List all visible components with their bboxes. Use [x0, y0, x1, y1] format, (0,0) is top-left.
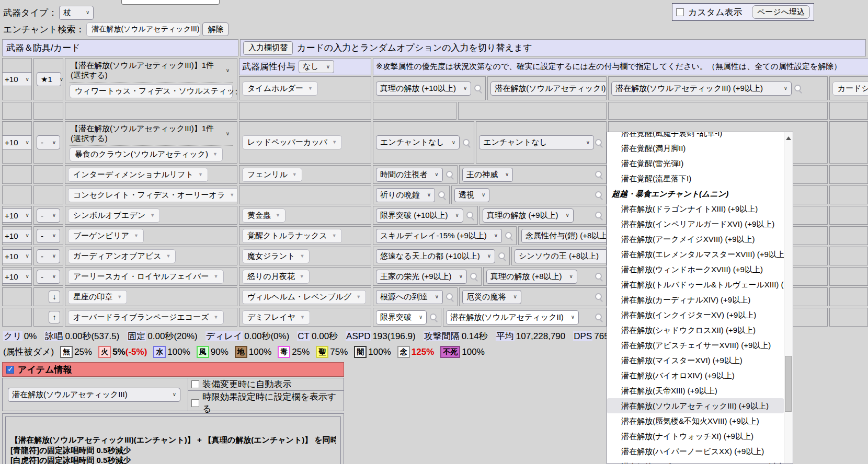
dropdown-item[interactable]: 潜在解放(ナイトウォッチXI) (+9以上) — [607, 428, 784, 444]
dropdown-item[interactable]: 潜在解放(トルバドゥール&トルヴェールXIII) (+9以上) — [607, 277, 784, 292]
dropdown-item[interactable]: 潜在解放(シャドウクロスXII) (+9以上) — [607, 322, 784, 338]
refine-select[interactable]: +10 ∨ — [2, 72, 32, 86]
card-shop-button[interactable]: カードショ — [832, 82, 868, 96]
magnifier-icon[interactable] — [445, 292, 454, 301]
equipment-select[interactable]: ガーディアンオブアビス▼ — [68, 249, 176, 263]
grade-select[interactable]: ★1 ∨ — [37, 72, 61, 86]
grade-select[interactable]: -∨ — [37, 229, 60, 243]
card-select[interactable]: ヴィルヘルム・レベンブルグ▼ — [242, 290, 366, 304]
enchant2-select[interactable]: 王の神威∨ — [462, 168, 513, 182]
enchant2-select[interactable]: 厄災の魔将∨ — [462, 290, 521, 304]
enchant1-select[interactable]: スキルディレイ-15% (+9以上)∨ — [376, 229, 502, 243]
enchant1-select[interactable]: 王家の栄光 (+9以上)∨ — [376, 270, 467, 284]
card-select[interactable]: 怒りの月夜花▼ — [242, 270, 310, 284]
enchant3-select[interactable]: 潜在解放(ソウルアセティックIII) (+9以上) ∨ — [611, 82, 792, 96]
equipment-select[interactable]: アーリースカイ・ロイヤルフェイバー▼ — [68, 270, 224, 284]
equipment-select[interactable]: 暴食のクラウン(ソウルアセティック) ▼ — [70, 147, 223, 161]
custom-display-checkbox[interactable] — [676, 8, 684, 16]
magnifier-icon[interactable] — [594, 138, 603, 147]
enchant-search-select[interactable]: 潜在解放(ソウルアセティックIII) ▼ — [86, 22, 200, 37]
dropdown-item[interactable]: 潜在解放(蜃気楼&不知火XVIII) (+9以上) — [607, 413, 784, 428]
item-info-checkbox[interactable] — [6, 366, 14, 374]
equipment-select[interactable]: オーバードライブランページエコーズ▼ — [68, 310, 224, 324]
dropdown-item[interactable]: 潜在解放(マイスターXVI) (+9以上) — [607, 353, 784, 368]
scroll-up-icon[interactable] — [786, 134, 791, 140]
magnifier-icon[interactable] — [497, 251, 507, 261]
enchant-count-link[interactable]: 【潜在解放(ソウルアセティックIII)】1件 (選択する) ∨ — [70, 60, 233, 83]
weapon-type-select[interactable]: 杖 ∨ — [59, 6, 94, 20]
item-info-select[interactable]: 潜在解放(ソウルアセティックIII) ∨ — [8, 388, 180, 402]
dropdown-item[interactable]: 潜在覚醒(満月脚II) — [607, 141, 784, 156]
enchant2-select[interactable]: 真理の解放 (+8以上)∨ — [486, 270, 577, 284]
enchant1-select[interactable]: 真理の解放 (+10以上) ∨ — [376, 82, 471, 96]
dropdown-item[interactable]: 潜在解放(エレメンタルマスターXVIII) (+9以上) — [607, 247, 784, 262]
card-select[interactable]: 覚醒クトルラナックス▼ — [242, 229, 342, 243]
dropdown-item[interactable]: 潜在解放(アークメイジXVIII) (+9以上) — [607, 231, 784, 247]
enchant1-select[interactable]: 時間の注視者∨ — [376, 168, 443, 182]
refine-select[interactable]: +10 ∨ — [2, 135, 32, 149]
magnifier-icon[interactable] — [594, 211, 603, 220]
equipment-select[interactable]: インターディメンショナルリフト▼ — [68, 168, 208, 182]
refine-select[interactable]: +10∨ — [2, 270, 32, 284]
equipment-select[interactable]: コンセクレイト・フィデス・オーリーオラ▼ — [68, 188, 237, 202]
magnifier-icon[interactable] — [504, 231, 513, 240]
enchant2-select[interactable]: 潜在解放(ソウルアセティックII)∨ — [446, 310, 579, 324]
equipment-select[interactable]: シンボルオブエデン▼ — [68, 208, 160, 223]
move-up-button[interactable]: ↑ — [49, 311, 60, 323]
enchant1-select[interactable]: 根源への到達∨ — [376, 290, 443, 304]
magnifier-icon[interactable] — [462, 138, 471, 147]
weapon-element-select[interactable]: なし ∨ — [299, 60, 334, 73]
clear-search-button[interactable]: 解除 — [202, 22, 229, 36]
dropdown-item[interactable]: 潜在解放(ドラゴンナイトXIII) (+9以上) — [607, 201, 784, 216]
magnifier-icon[interactable] — [429, 312, 438, 322]
magnifier-icon[interactable] — [465, 211, 475, 220]
magnifier-icon[interactable] — [594, 292, 603, 301]
dropdown-item[interactable]: 潜在覚醒(風魔手裏剣 -乱華-I) — [607, 132, 784, 141]
card-select[interactable]: フェンリル▼ — [242, 168, 302, 182]
dropdown-item[interactable]: 潜在解放(インクイジターXV) (+9以上) — [607, 307, 784, 322]
dropdown-scrollbar[interactable] — [784, 132, 793, 463]
enchant2-select[interactable]: 透視∨ — [454, 188, 489, 202]
enchant1-select[interactable]: 祈りの晩鐘∨ — [376, 188, 435, 202]
dropdown-item[interactable]: 潜在覚醒(雷光弾I) — [607, 156, 784, 171]
magnifier-icon[interactable] — [594, 312, 603, 322]
enchant1-select[interactable]: 限界突破∨ — [376, 310, 427, 324]
card-select[interactable]: 黄金蟲▼ — [242, 208, 285, 223]
card-select[interactable]: タイムホルダー ▼ — [242, 82, 318, 96]
equipment-select[interactable]: ブーゲンビリア▼ — [68, 229, 144, 243]
dropdown-item[interactable]: 潜在解放(ウィンドホークXVIII) (+9以上) — [607, 262, 784, 277]
equipment-select[interactable]: ウィワートゥス・フィデス・ソウルスティック ▼ — [70, 84, 233, 98]
refine-select[interactable]: +10∨ — [2, 208, 32, 223]
enchant2-select[interactable]: エンチャントなし ∨ — [479, 135, 594, 149]
card-select[interactable]: レッドペッパーカッパ ▼ — [242, 135, 342, 149]
timed-effect-checkbox[interactable] — [191, 399, 199, 407]
magnifier-icon[interactable] — [594, 272, 603, 281]
dropdown-item[interactable]: 潜在解放(カーディナルXIV) (+9以上) — [607, 292, 784, 307]
card-select[interactable]: デミフレイヤ▼ — [242, 310, 310, 324]
enchant2-select[interactable]: 真理の解放 (+9以上)∨ — [483, 208, 574, 223]
move-down-button[interactable]: ↓ — [49, 291, 60, 303]
grade-select[interactable]: -∨ — [37, 270, 60, 284]
dropdown-item[interactable]: 潜在解放(ハイパーノービスXX) (+9以上) — [607, 444, 784, 459]
magnifier-icon[interactable] — [469, 272, 478, 281]
enchant2-select[interactable]: 潜在解放(ソウルアセティックI) (+9以上) ∨ — [490, 82, 607, 96]
scrollbar-thumb[interactable] — [785, 356, 792, 412]
magnifier-icon[interactable] — [594, 170, 603, 179]
grade-select[interactable]: -∨ — [37, 208, 60, 223]
magnifier-icon[interactable] — [445, 170, 454, 179]
enchant1-select[interactable]: エンチャントなし ∨ — [376, 135, 460, 149]
dropdown-item[interactable]: 潜在解放(天帝XIII) (+9以上) — [607, 383, 784, 398]
dropdown-item[interactable]: 潜在解放(バイオロXIV) (+9以上) — [607, 368, 784, 383]
dropdown-item[interactable]: 潜在解放(スピリットハンドラーXVIII) (+9以上) — [607, 459, 784, 463]
grade-select[interactable]: -∨ — [37, 249, 60, 263]
enchant-count-link[interactable]: 【潜在解放(ソウルアセティックIII)】1件 (選択する) ∨ — [70, 123, 233, 146]
magnifier-icon[interactable] — [437, 190, 447, 200]
equipment-select[interactable]: 星座の印章▼ — [68, 290, 127, 304]
grade-select[interactable]: - ∨ — [37, 135, 60, 149]
clipped-input[interactable] — [121, 0, 220, 5]
refine-select[interactable]: +10∨ — [2, 249, 32, 263]
dropdown-item[interactable]: 潜在解放(インペリアルガードXVI) (+9以上) — [607, 216, 784, 231]
refine-select[interactable]: +10∨ — [2, 229, 32, 243]
magnifier-icon[interactable] — [473, 84, 483, 93]
auto-display-checkbox[interactable] — [191, 380, 199, 388]
